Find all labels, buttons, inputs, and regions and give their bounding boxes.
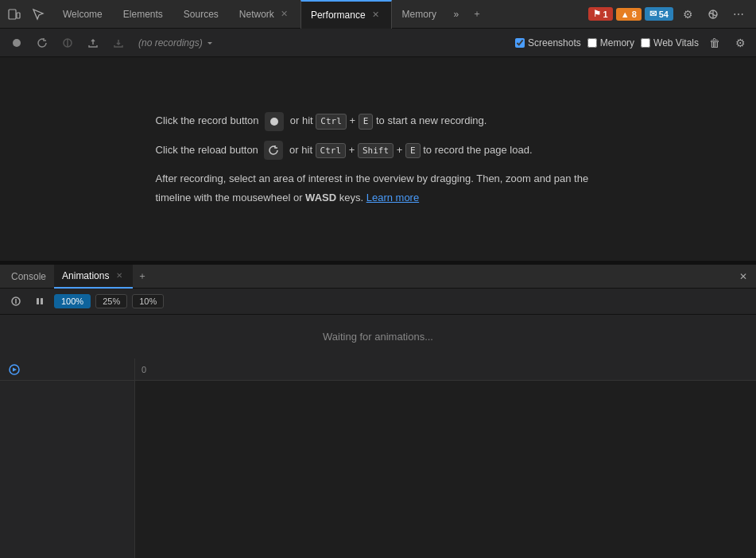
perf-settings-icon[interactable]: ⚙ [731, 33, 750, 52]
close-animations-tab[interactable]: ✕ [114, 270, 125, 281]
svg-rect-0 [9, 10, 16, 19]
warn-badge[interactable]: ▲ 8 [616, 8, 642, 21]
settings-icon[interactable]: ⚙ [677, 3, 699, 25]
tab-console[interactable]: Console [3, 265, 54, 289]
upload-profile-button[interactable] [83, 33, 103, 53]
add-panel-button[interactable]: ＋ [133, 267, 152, 286]
badge-group: ⚑ 1 ▲ 8 ✉ 54 [588, 7, 673, 21]
e-key-1: E [359, 114, 374, 130]
instruction-record: Click the record button or hit Ctrl + E … [156, 111, 601, 131]
webvitals-checkbox[interactable] [641, 38, 650, 48]
memory-checkbox[interactable] [587, 38, 597, 48]
pause-animations-button[interactable] [6, 292, 25, 311]
instruction-reload-mid: or hit [289, 144, 316, 156]
error-badge[interactable]: ⚑ 1 [588, 7, 613, 21]
svg-rect-10 [41, 298, 43, 304]
tab-bar: Welcome Elements Sources Network ✕ Perfo… [0, 0, 756, 29]
animations-tracks-area: 0 [135, 358, 756, 558]
webvitals-label: Web Vitals [653, 37, 699, 48]
animations-tracks [135, 381, 756, 558]
memory-label: Memory [600, 37, 634, 48]
warn-count: 8 [632, 10, 637, 19]
animations-toolbar: 100% 25% 10% [0, 289, 756, 315]
memory-checkbox-label[interactable]: Memory [587, 37, 634, 48]
error-count: 1 [603, 10, 608, 19]
info-icon: ✉ [649, 9, 657, 19]
ctrl-key-1: Ctrl [316, 114, 347, 130]
tab-memory[interactable]: Memory [392, 0, 447, 29]
performance-main: Click the record button or hit Ctrl + E … [0, 57, 756, 261]
timeline-zero-label: 0 [142, 365, 146, 374]
instruction-after-end: keys. [339, 192, 363, 203]
close-panel-button[interactable]: ✕ [734, 267, 753, 286]
info-count: 54 [659, 10, 669, 19]
svg-point-6 [270, 118, 278, 126]
main-tabs: Welcome Elements Sources Network ✕ Perfo… [52, 0, 447, 29]
error-icon: ⚑ [593, 9, 601, 19]
screenshots-label: Screenshots [528, 37, 581, 48]
speed-100-button[interactable]: 100% [54, 294, 91, 308]
clear-recordings-button[interactable]: 🗑 [705, 33, 724, 52]
remote-devices-icon[interactable] [702, 3, 724, 25]
tab-welcome[interactable]: Welcome [52, 0, 113, 29]
perf-toolbar-right: Screenshots Memory Web Vitals 🗑 ⚙ [515, 33, 750, 52]
device-toolbar-icon[interactable] [3, 3, 25, 25]
tab-elements[interactable]: Elements [113, 0, 173, 29]
tab-performance[interactable]: Performance ✕ [300, 0, 392, 29]
tab-animations[interactable]: Animations ✕ [54, 265, 133, 289]
inspect-icon[interactable] [27, 3, 49, 25]
animations-tab-label: Animations [62, 270, 109, 281]
learn-more-link[interactable]: Learn more [366, 192, 419, 203]
webvitals-checkbox-label[interactable]: Web Vitals [641, 37, 699, 48]
reload-record-button[interactable] [32, 33, 52, 53]
bottom-tab-bar: Console Animations ✕ ＋ ✕ [0, 265, 756, 289]
waiting-text: Waiting for animations... [0, 315, 756, 358]
bottom-panel: Console Animations ✕ ＋ ✕ 100% 25% 10% [0, 264, 756, 558]
instruction-record-pre: Click the record button [156, 114, 262, 126]
speed-25-button[interactable]: 25% [95, 294, 127, 308]
instruction-reload: Click the reload button or hit Ctrl + Sh… [156, 141, 601, 161]
animations-timeline-header: 0 [135, 358, 756, 381]
recordings-label: (no recordings) [138, 37, 203, 48]
tab-bar-right: ⚑ 1 ▲ 8 ✉ 54 ⚙ ⋯ [588, 3, 756, 25]
stop-recording-button[interactable] [57, 33, 78, 53]
animations-play-icon[interactable] [6, 362, 22, 378]
e-key-2: E [405, 143, 421, 159]
tab-network[interactable]: Network ✕ [229, 0, 300, 29]
pause-button[interactable] [30, 292, 49, 311]
svg-rect-1 [17, 13, 20, 18]
shift-key: Shift [358, 143, 394, 159]
ctrl-key-2: Ctrl [316, 143, 347, 159]
svg-point-3 [13, 39, 21, 47]
plus-1: + [349, 114, 358, 126]
more-options-icon[interactable]: ⋯ [727, 3, 750, 25]
info-badge[interactable]: ✉ 54 [645, 7, 673, 21]
more-tabs-button[interactable]: » [447, 0, 466, 29]
record-button[interactable] [6, 33, 27, 53]
speed-10-button[interactable]: 10% [132, 294, 164, 308]
instruction-reload-pre: Click the reload button [156, 144, 262, 156]
plus-2: + [349, 144, 358, 156]
animations-content: Waiting for animations... 0 [0, 315, 756, 558]
reload-icon-inline [264, 141, 283, 160]
add-tab-button[interactable]: ＋ [466, 3, 488, 25]
screenshots-checkbox-label[interactable]: Screenshots [515, 37, 581, 48]
animations-sidebar [0, 358, 135, 558]
instruction-reload-post: to record the page load. [423, 144, 532, 156]
tab-sources[interactable]: Sources [173, 0, 229, 29]
warn-icon: ▲ [621, 10, 630, 19]
instruction-record-mid: or hit [290, 114, 316, 126]
animations-timeline: 0 [0, 358, 756, 558]
close-performance-tab[interactable]: ✕ [370, 10, 382, 21]
plus-3: + [397, 144, 405, 156]
instructions-panel: Click the record button or hit Ctrl + E … [156, 111, 601, 207]
instruction-after: After recording, select an area of inter… [156, 169, 601, 207]
instruction-record-post: to start a new recording. [376, 114, 487, 126]
close-network-tab[interactable]: ✕ [279, 9, 290, 20]
download-profile-button[interactable] [108, 33, 129, 53]
svg-rect-9 [37, 298, 39, 304]
recordings-dropdown[interactable]: (no recordings) [134, 36, 219, 50]
animations-sidebar-header [0, 358, 134, 381]
wasd-keys: WASD [305, 192, 336, 203]
screenshots-checkbox[interactable] [515, 38, 525, 48]
